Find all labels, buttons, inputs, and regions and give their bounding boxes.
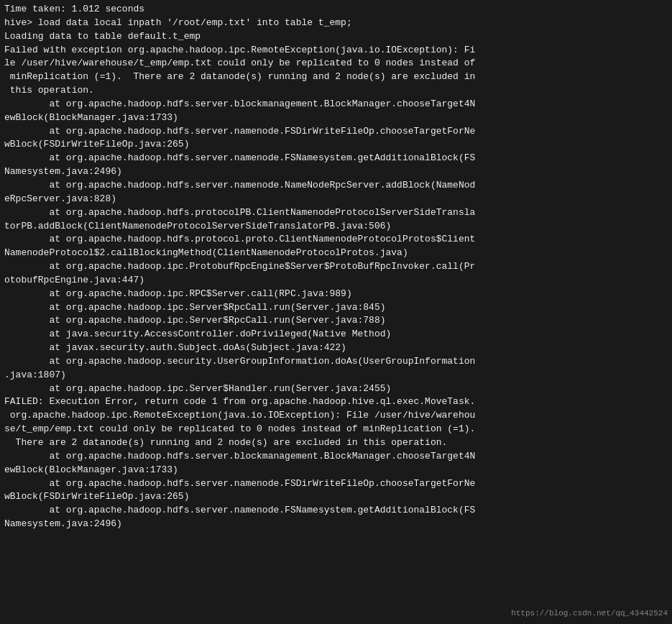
terminal-line: ewBlock(BlockManager.java:1733) bbox=[4, 464, 668, 477]
terminal-line: at org.apache.hadoop.ipc.RPC$Server.call… bbox=[4, 288, 668, 301]
terminal-line: at org.apache.hadoop.hdfs.protocolPB.Cli… bbox=[4, 206, 668, 220]
terminal-line: at java.security.AccessController.doPriv… bbox=[4, 328, 668, 341]
terminal-line: at org.apache.hadoop.hdfs.server.namenod… bbox=[4, 477, 668, 491]
terminal-line: at org.apache.hadoop.hdfs.server.namenod… bbox=[4, 152, 668, 165]
terminal-line: at org.apache.hadoop.hdfs.server.blockma… bbox=[4, 98, 668, 111]
terminal-line: .java:1807) bbox=[4, 369, 668, 382]
terminal-line: wBlock(FSDirWriteFileOp.java:265) bbox=[4, 490, 668, 504]
terminal-line: Namesystem.java:2496) bbox=[4, 518, 668, 531]
terminal-line: torPB.addBlock(ClientNamenodeProtocolSer… bbox=[4, 220, 668, 234]
terminal-line: hive> load data local inpath '/root/emp.… bbox=[4, 17, 668, 30]
terminal-line: org.apache.hadoop.ipc.RemoteException(ja… bbox=[4, 409, 668, 423]
terminal-line: at org.apache.hadoop.hdfs.server.blockma… bbox=[4, 450, 668, 464]
terminal-output: Time taken: 1.012 secondshive> load data… bbox=[4, 3, 668, 531]
terminal-line: minReplication (=1). There are 2 datanod… bbox=[4, 70, 668, 84]
terminal-line: NamenodeProtocol$2.callBlockingMethod(Cl… bbox=[4, 247, 668, 260]
terminal-line: at org.apache.hadoop.hdfs.protocol.proto… bbox=[4, 233, 668, 247]
terminal-line: at org.apache.hadoop.hdfs.server.namenod… bbox=[4, 504, 668, 518]
terminal-window: Time taken: 1.012 secondshive> load data… bbox=[0, 0, 672, 624]
terminal-line: at org.apache.hadoop.hdfs.server.namenod… bbox=[4, 125, 668, 139]
terminal-line: this operation. bbox=[4, 84, 668, 98]
terminal-line: at org.apache.hadoop.ipc.Server$RpcCall.… bbox=[4, 314, 668, 328]
terminal-line: FAILED: Execution Error, return code 1 f… bbox=[4, 395, 668, 409]
terminal-line: ewBlock(BlockManager.java:1733) bbox=[4, 111, 668, 125]
terminal-line: at org.apache.hadoop.ipc.Server$RpcCall.… bbox=[4, 301, 668, 315]
terminal-line: There are 2 datanode(s) running and 2 no… bbox=[4, 436, 668, 450]
terminal-line: Failed with exception org.apache.hadoop.… bbox=[4, 44, 668, 58]
terminal-line: Time taken: 1.012 seconds bbox=[4, 3, 668, 17]
terminal-line: Namesystem.java:2496) bbox=[4, 165, 668, 179]
watermark: https://blog.csdn.net/qq_43442524 bbox=[511, 608, 668, 620]
terminal-line: at org.apache.hadoop.ipc.ProtobufRpcEngi… bbox=[4, 260, 668, 274]
terminal-line: se/t_emp/emp.txt could only be replicate… bbox=[4, 423, 668, 436]
terminal-line: at org.apache.hadoop.ipc.Server$Handler.… bbox=[4, 382, 668, 396]
terminal-line: wBlock(FSDirWriteFileOp.java:265) bbox=[4, 138, 668, 152]
terminal-line: eRpcServer.java:828) bbox=[4, 193, 668, 206]
terminal-line: at javax.security.auth.Subject.doAs(Subj… bbox=[4, 341, 668, 355]
terminal-line: otobufRpcEngine.java:447) bbox=[4, 274, 668, 288]
terminal-line: at org.apache.hadoop.security.UserGroupI… bbox=[4, 355, 668, 369]
terminal-line: Loading data to table default.t_emp bbox=[4, 30, 668, 44]
terminal-line: le /user/hive/warehouse/t_emp/emp.txt co… bbox=[4, 57, 668, 70]
terminal-line: at org.apache.hadoop.hdfs.server.namenod… bbox=[4, 179, 668, 193]
